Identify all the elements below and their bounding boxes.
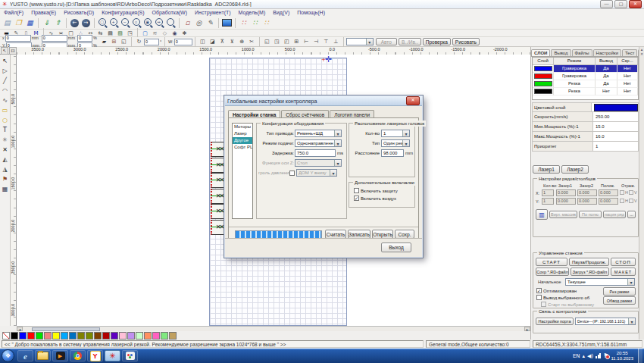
property-row[interactable]: Скорость(mm/s) 250.00 (532, 112, 639, 122)
chrome-taskbar-icon[interactable] (70, 350, 86, 361)
array-y-count-field[interactable]: 1 (542, 198, 554, 205)
property-row[interactable]: Приоритет 1 (532, 142, 639, 152)
load-rd-file-button[interactable]: Загруз *.RD-файл (571, 268, 609, 276)
property-row[interactable]: Цветовой слой (532, 102, 639, 112)
volume-icon[interactable]: ◀) (587, 353, 593, 359)
panel-tab[interactable]: СЛОИ (531, 49, 550, 56)
dialog-list-item[interactable]: Лазер (233, 130, 252, 137)
draw-button[interactable]: Рисовать (452, 38, 480, 45)
curve-tool-icon[interactable]: ∿ (0, 95, 10, 105)
curve-op-icon[interactable]: ◪ (208, 39, 217, 45)
property-row[interactable]: Мин.Мощность (%)-1 15.0 (532, 122, 639, 132)
mirror-vertical-tool-icon[interactable]: ◭ (0, 155, 10, 164)
ellipse-tool-icon[interactable]: ○ (0, 115, 10, 125)
toolbar-icon[interactable]: ▦ (24, 17, 36, 29)
mirror-horizontal-tool-icon[interactable]: ◮ (0, 164, 10, 174)
minimize-button[interactable]: — (600, 0, 613, 8)
language-indicator[interactable]: EN (573, 353, 580, 359)
panel-tab[interactable]: Файлы (572, 49, 592, 56)
layer-row[interactable]: Гравировка Да Нет (533, 65, 638, 73)
layer-row[interactable]: Резка Да Нет (533, 80, 638, 88)
flag-tool-icon[interactable]: ⚑ (0, 174, 10, 184)
toolbar-icon[interactable]: ▫ (182, 17, 193, 29)
menu-item[interactable]: Правка(E) (27, 9, 60, 17)
w-field[interactable]: 0 (174, 39, 192, 45)
mirror-h-checkbox[interactable] (620, 199, 624, 203)
dialog-title-bar[interactable]: Глобальные настройки контроллера ✕ (225, 96, 422, 106)
array-y-pos-field[interactable]: 0.000 (599, 198, 618, 205)
palette-swatch[interactable] (152, 332, 160, 340)
toolbar-icon[interactable] (235, 18, 236, 28)
ruler-corner-icon[interactable]: ↖ (1, 47, 8, 55)
palette-swatch[interactable] (102, 332, 110, 340)
toolbar-icon[interactable]: ▤ (105, 30, 115, 36)
auto-button[interactable]: Авто (376, 38, 397, 45)
align-icon[interactable]: ◱ (262, 39, 272, 45)
align-icon[interactable]: ⊢ (302, 39, 311, 45)
toolbar-icon[interactable] (218, 18, 219, 28)
toolbar-icon[interactable]: ◉ (170, 30, 180, 36)
trace-frame-button[interactable]: Обвод рамки (603, 296, 636, 305)
array-tool-icon[interactable]: ▦ (0, 184, 10, 194)
dialog-close-button[interactable]: ✕ (406, 96, 420, 105)
palette-swatch[interactable] (44, 332, 52, 340)
menu-item[interactable]: Конфигурация(S) (98, 9, 148, 17)
heads-distance-field[interactable]: 98.000 (381, 149, 404, 157)
enable-air-checkbox[interactable] (354, 196, 359, 201)
delay-field[interactable]: 750.0 (295, 149, 336, 157)
ruler-corner-icon[interactable]: ⊡ (9, 47, 17, 55)
transform-icon[interactable]: ⊞ (109, 39, 119, 45)
dialog-list-item[interactable]: Моторы (233, 124, 252, 130)
drive-type-combo[interactable]: Ремень+ШД (295, 130, 342, 137)
palette-swatch[interactable] (19, 332, 27, 340)
maximize-button[interactable]: ▢ (614, 0, 627, 8)
optimize-checkbox[interactable] (536, 288, 542, 293)
toolbar-icon[interactable] (165, 17, 177, 29)
palette-swatch[interactable] (111, 332, 118, 340)
paint-taskbar-icon[interactable] (122, 350, 138, 361)
ie-taskbar-icon[interactable]: e (17, 350, 33, 361)
pause-continue-button[interactable]: Пауза/Продолж. (569, 258, 609, 266)
action-center-flag-icon[interactable]: ⚑ (603, 352, 608, 359)
dialog-list-item[interactable]: Другое (233, 137, 252, 144)
explorer-taskbar-icon[interactable] (35, 350, 51, 361)
toolbar-icon[interactable]: + (108, 17, 120, 29)
toolbar-icon[interactable]: ∷ (238, 17, 249, 29)
menu-item[interactable]: Модель(M) (235, 9, 270, 17)
curve-op-icon[interactable]: ⊕ (237, 39, 247, 45)
stop-button[interactable]: СТОП (611, 258, 636, 266)
palette-swatch[interactable] (52, 332, 60, 340)
toolbar-icon[interactable]: ▫ (131, 17, 142, 29)
line-tool-icon[interactable]: ╱ (0, 76, 10, 86)
toolbar-icon[interactable] (179, 18, 180, 28)
array-x-gap2-field[interactable]: 0.000 (577, 189, 597, 196)
show-desktop-button[interactable] (638, 349, 642, 363)
curve-op-icon[interactable]: ✂ (247, 39, 257, 45)
network-icon[interactable] (596, 353, 601, 358)
x-position-field[interactable]: 0 (5, 35, 31, 42)
heads-count-combo[interactable]: 1 (381, 130, 410, 137)
array-y-gap2-field[interactable]: 0.000 (577, 198, 597, 205)
toolbar-icon[interactable]: ⇓ (41, 17, 52, 29)
mirror-h-checkbox[interactable] (620, 190, 624, 195)
toolbar-icon[interactable] (66, 18, 67, 28)
property-row[interactable]: Макс.Мощность (%)-1 16.0 (532, 132, 639, 142)
toolbar-icon[interactable]: ∷ (261, 17, 272, 29)
toolbar-icon[interactable]: ↔ (154, 17, 165, 29)
menu-item[interactable]: Файл(F) (0, 9, 27, 17)
node-edit-tool-icon[interactable]: ▷ (0, 66, 10, 76)
initial-position-combo[interactable]: Текущее (565, 278, 635, 286)
palette-swatch[interactable] (69, 332, 77, 340)
enable-guard-checkbox[interactable] (354, 188, 359, 193)
layer-color-bar[interactable] (594, 104, 638, 111)
text-tool-icon[interactable]: T (0, 125, 10, 135)
palette-swatch[interactable] (77, 332, 85, 340)
menu-item[interactable]: Помощь(H) (293, 9, 329, 17)
toolbar-icon[interactable]: ← (69, 17, 80, 29)
menu-item[interactable]: Обработка(W) (148, 9, 191, 17)
curve-op-icon[interactable]: ⊻ (227, 39, 237, 45)
close-button[interactable]: ✕ (629, 0, 642, 8)
palette-swatch[interactable] (144, 332, 152, 340)
align-icon[interactable]: ⊣ (311, 39, 321, 45)
mirror-v-checkbox[interactable] (629, 190, 633, 195)
